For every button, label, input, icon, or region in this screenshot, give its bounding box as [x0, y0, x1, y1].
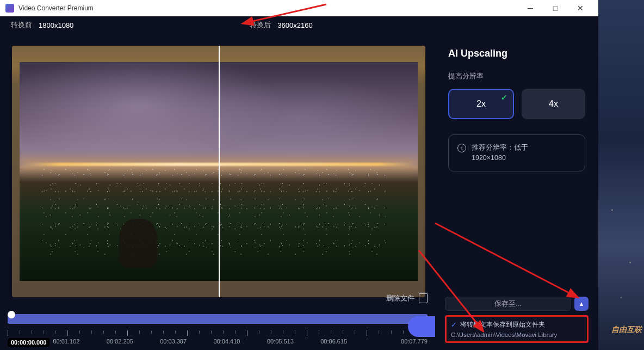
delete-file[interactable]: 删除文件: [386, 293, 428, 303]
playhead[interactable]: [8, 311, 15, 318]
minimize-button[interactable]: ─: [518, 0, 543, 16]
check-icon: ✓: [451, 321, 457, 329]
save-to-label: 保存至...: [494, 299, 522, 309]
time-marker: 00:01.102: [53, 338, 106, 347]
save-expand-button[interactable]: ▲: [574, 297, 589, 311]
app-icon: [5, 4, 14, 13]
comparison-divider[interactable]: [219, 46, 220, 297]
window-controls: ─ □ ✕: [518, 0, 593, 16]
before-value: 1800x1080: [39, 21, 73, 29]
maximize-button[interactable]: □: [543, 0, 568, 16]
scale-2x-button[interactable]: 2x ✓: [448, 89, 514, 119]
scale-4x-button[interactable]: 4x: [522, 89, 585, 119]
before-label: 转换前: [11, 20, 32, 30]
save-to-button[interactable]: 保存至...: [445, 297, 571, 311]
video-preview[interactable]: [12, 46, 425, 297]
timeline-ticks: [8, 330, 428, 337]
app-title: Video Converter Premium: [18, 4, 518, 12]
save-area: 保存至... ▲ ✓ 将转换文本保存到原始文件夹 C:\Users\admin\…: [435, 290, 598, 350]
scale-4x-label: 4x: [549, 99, 558, 109]
preview-frame: [12, 46, 425, 297]
info-line2: 1920×1080: [472, 154, 506, 162]
scale-options: 2x ✓ 4x: [448, 89, 585, 119]
save-path: C:\Users\admin\Videos\Movavi Library: [451, 331, 583, 338]
time-marker: 00:05.513: [267, 338, 320, 347]
time-marker: 00:03.307: [160, 338, 213, 347]
timeline[interactable]: [8, 314, 428, 326]
info-icon: i: [457, 144, 466, 152]
watermark: 自由互联: [611, 325, 642, 335]
app-body: 转换前 1800x1080 转换后 3600x2160 AI Upscaling…: [0, 16, 598, 350]
resolution-info: i 推荐分辨率：低于 1920×1080: [448, 134, 585, 171]
close-button[interactable]: ✕: [568, 0, 593, 16]
titlebar[interactable]: Video Converter Premium ─ □ ✕: [0, 0, 598, 16]
scale-2x-label: 2x: [476, 99, 486, 109]
current-time: 00:00:00.000: [8, 338, 49, 347]
timeline-track[interactable]: [8, 314, 428, 324]
resolution-bar: 转换前 1800x1080 转换后 3600x2160: [0, 16, 598, 34]
after-label: 转换后: [250, 20, 271, 30]
time-labels: 00:00:00.000 00:01.102 00:02.205 00:03.3…: [8, 338, 428, 347]
after-value: 3600x2160: [277, 21, 312, 29]
desktop-background: [598, 0, 644, 350]
app-window: Video Converter Premium ─ □ ✕ 转换前 1800x1…: [0, 0, 598, 350]
time-marker: 00:07.779: [374, 338, 428, 347]
trash-icon: [419, 293, 428, 303]
delete-label: 删除文件: [386, 293, 414, 303]
convert-button[interactable]: [408, 316, 435, 337]
time-marker: 00:02.205: [107, 338, 160, 347]
upscaling-subtitle: 提高分辨率: [448, 71, 585, 81]
save-info-highlight: ✓ 将转换文本保存到原始文件夹 C:\Users\admin\Videos\Mo…: [445, 315, 589, 343]
info-line1: 推荐分辨率：低于: [472, 144, 528, 151]
chevron-up-icon: ▲: [579, 300, 585, 307]
check-icon: ✓: [501, 93, 507, 102]
bottom-bar: 删除文件 00:00:00.000 00:01.102 00:02.2: [0, 290, 435, 350]
save-original-folder-checkbox[interactable]: 将转换文本保存到原始文件夹: [460, 320, 545, 329]
upscaling-title: AI Upscaling: [448, 48, 585, 59]
time-marker: 00:06.615: [320, 338, 374, 347]
time-marker: 00:04.410: [214, 338, 267, 347]
